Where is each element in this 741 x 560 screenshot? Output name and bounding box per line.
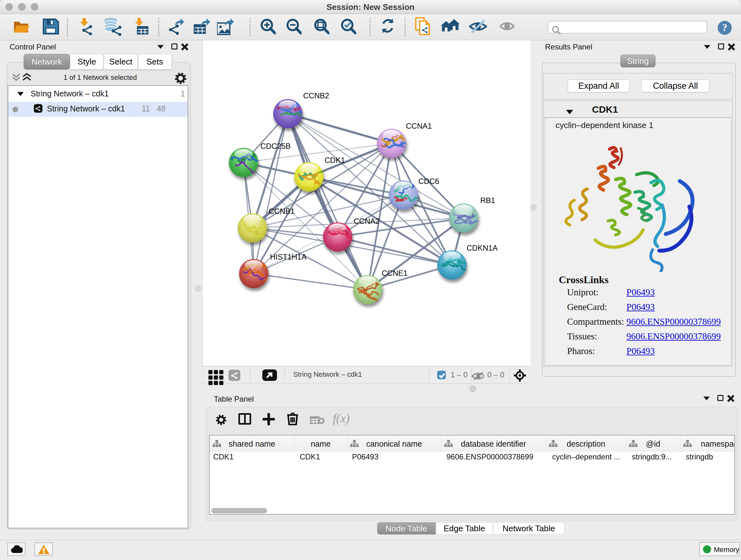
svg-text:?: ?: [722, 22, 727, 33]
